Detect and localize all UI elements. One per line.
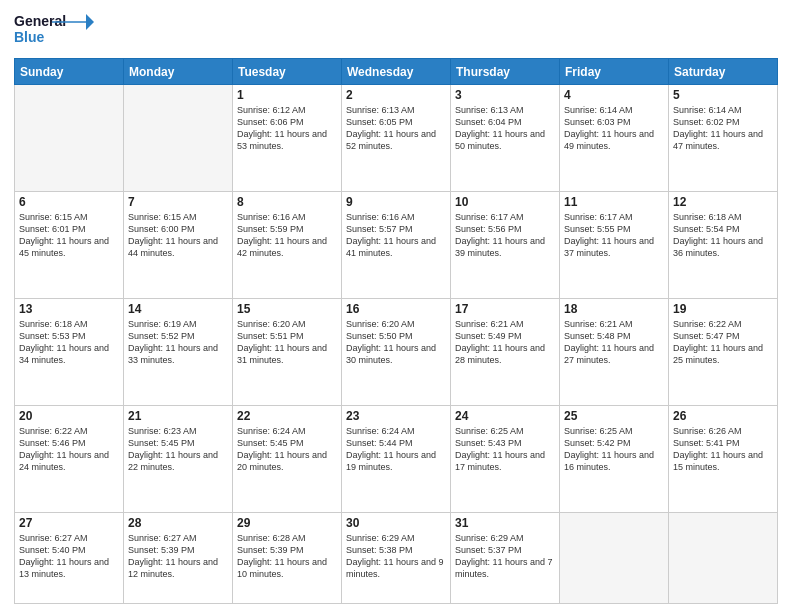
day-number: 18 — [564, 302, 664, 316]
day-info: Sunrise: 6:20 AMSunset: 5:51 PMDaylight:… — [237, 318, 337, 367]
day-number: 9 — [346, 195, 446, 209]
day-info: Sunrise: 6:26 AMSunset: 5:41 PMDaylight:… — [673, 425, 773, 474]
day-number: 11 — [564, 195, 664, 209]
svg-text:General: General — [14, 13, 66, 29]
day-cell-28: 28Sunrise: 6:27 AMSunset: 5:39 PMDayligh… — [124, 512, 233, 603]
day-cell-8: 8Sunrise: 6:16 AMSunset: 5:59 PMDaylight… — [233, 191, 342, 298]
day-cell-13: 13Sunrise: 6:18 AMSunset: 5:53 PMDayligh… — [15, 298, 124, 405]
day-cell-1: 1Sunrise: 6:12 AMSunset: 6:06 PMDaylight… — [233, 85, 342, 192]
day-info: Sunrise: 6:13 AMSunset: 6:05 PMDaylight:… — [346, 104, 446, 153]
day-info: Sunrise: 6:20 AMSunset: 5:50 PMDaylight:… — [346, 318, 446, 367]
day-header-tuesday: Tuesday — [233, 59, 342, 85]
day-number: 31 — [455, 516, 555, 530]
day-number: 4 — [564, 88, 664, 102]
day-info: Sunrise: 6:16 AMSunset: 5:57 PMDaylight:… — [346, 211, 446, 260]
day-number: 10 — [455, 195, 555, 209]
empty-cell — [124, 85, 233, 192]
day-info: Sunrise: 6:27 AMSunset: 5:39 PMDaylight:… — [128, 532, 228, 581]
page: General Blue SundayMondayTuesdayWednesda… — [0, 0, 792, 612]
day-header-monday: Monday — [124, 59, 233, 85]
week-row-2: 6Sunrise: 6:15 AMSunset: 6:01 PMDaylight… — [15, 191, 778, 298]
day-cell-21: 21Sunrise: 6:23 AMSunset: 5:45 PMDayligh… — [124, 405, 233, 512]
day-number: 6 — [19, 195, 119, 209]
day-cell-20: 20Sunrise: 6:22 AMSunset: 5:46 PMDayligh… — [15, 405, 124, 512]
day-header-sunday: Sunday — [15, 59, 124, 85]
header: General Blue — [14, 10, 778, 52]
day-info: Sunrise: 6:19 AMSunset: 5:52 PMDaylight:… — [128, 318, 228, 367]
day-number: 22 — [237, 409, 337, 423]
day-number: 20 — [19, 409, 119, 423]
day-info: Sunrise: 6:18 AMSunset: 5:54 PMDaylight:… — [673, 211, 773, 260]
day-number: 25 — [564, 409, 664, 423]
day-info: Sunrise: 6:29 AMSunset: 5:38 PMDaylight:… — [346, 532, 446, 581]
day-info: Sunrise: 6:12 AMSunset: 6:06 PMDaylight:… — [237, 104, 337, 153]
day-info: Sunrise: 6:23 AMSunset: 5:45 PMDaylight:… — [128, 425, 228, 474]
day-info: Sunrise: 6:15 AMSunset: 6:01 PMDaylight:… — [19, 211, 119, 260]
day-number: 7 — [128, 195, 228, 209]
day-cell-12: 12Sunrise: 6:18 AMSunset: 5:54 PMDayligh… — [669, 191, 778, 298]
day-info: Sunrise: 6:24 AMSunset: 5:44 PMDaylight:… — [346, 425, 446, 474]
day-cell-3: 3Sunrise: 6:13 AMSunset: 6:04 PMDaylight… — [451, 85, 560, 192]
generalblue-logo: General Blue — [14, 10, 94, 52]
day-cell-10: 10Sunrise: 6:17 AMSunset: 5:56 PMDayligh… — [451, 191, 560, 298]
day-info: Sunrise: 6:21 AMSunset: 5:48 PMDaylight:… — [564, 318, 664, 367]
day-info: Sunrise: 6:22 AMSunset: 5:46 PMDaylight:… — [19, 425, 119, 474]
day-cell-2: 2Sunrise: 6:13 AMSunset: 6:05 PMDaylight… — [342, 85, 451, 192]
day-cell-4: 4Sunrise: 6:14 AMSunset: 6:03 PMDaylight… — [560, 85, 669, 192]
day-cell-14: 14Sunrise: 6:19 AMSunset: 5:52 PMDayligh… — [124, 298, 233, 405]
day-cell-30: 30Sunrise: 6:29 AMSunset: 5:38 PMDayligh… — [342, 512, 451, 603]
day-cell-18: 18Sunrise: 6:21 AMSunset: 5:48 PMDayligh… — [560, 298, 669, 405]
empty-cell — [15, 85, 124, 192]
day-header-wednesday: Wednesday — [342, 59, 451, 85]
day-number: 16 — [346, 302, 446, 316]
week-row-4: 20Sunrise: 6:22 AMSunset: 5:46 PMDayligh… — [15, 405, 778, 512]
empty-cell — [669, 512, 778, 603]
empty-cell — [560, 512, 669, 603]
week-row-3: 13Sunrise: 6:18 AMSunset: 5:53 PMDayligh… — [15, 298, 778, 405]
day-cell-5: 5Sunrise: 6:14 AMSunset: 6:02 PMDaylight… — [669, 85, 778, 192]
day-number: 27 — [19, 516, 119, 530]
day-cell-29: 29Sunrise: 6:28 AMSunset: 5:39 PMDayligh… — [233, 512, 342, 603]
calendar-table: SundayMondayTuesdayWednesdayThursdayFrid… — [14, 58, 778, 604]
day-number: 19 — [673, 302, 773, 316]
day-info: Sunrise: 6:29 AMSunset: 5:37 PMDaylight:… — [455, 532, 555, 581]
day-cell-9: 9Sunrise: 6:16 AMSunset: 5:57 PMDaylight… — [342, 191, 451, 298]
day-cell-17: 17Sunrise: 6:21 AMSunset: 5:49 PMDayligh… — [451, 298, 560, 405]
day-info: Sunrise: 6:22 AMSunset: 5:47 PMDaylight:… — [673, 318, 773, 367]
day-number: 28 — [128, 516, 228, 530]
day-info: Sunrise: 6:28 AMSunset: 5:39 PMDaylight:… — [237, 532, 337, 581]
day-number: 1 — [237, 88, 337, 102]
logo: General Blue — [14, 10, 94, 52]
day-info: Sunrise: 6:16 AMSunset: 5:59 PMDaylight:… — [237, 211, 337, 260]
day-number: 21 — [128, 409, 228, 423]
day-info: Sunrise: 6:17 AMSunset: 5:56 PMDaylight:… — [455, 211, 555, 260]
day-number: 29 — [237, 516, 337, 530]
day-info: Sunrise: 6:14 AMSunset: 6:03 PMDaylight:… — [564, 104, 664, 153]
calendar-header-row: SundayMondayTuesdayWednesdayThursdayFrid… — [15, 59, 778, 85]
day-cell-7: 7Sunrise: 6:15 AMSunset: 6:00 PMDaylight… — [124, 191, 233, 298]
day-info: Sunrise: 6:25 AMSunset: 5:42 PMDaylight:… — [564, 425, 664, 474]
svg-text:Blue: Blue — [14, 29, 45, 45]
day-cell-15: 15Sunrise: 6:20 AMSunset: 5:51 PMDayligh… — [233, 298, 342, 405]
day-number: 8 — [237, 195, 337, 209]
week-row-5: 27Sunrise: 6:27 AMSunset: 5:40 PMDayligh… — [15, 512, 778, 603]
svg-marker-2 — [86, 14, 94, 30]
day-number: 13 — [19, 302, 119, 316]
day-number: 14 — [128, 302, 228, 316]
day-cell-27: 27Sunrise: 6:27 AMSunset: 5:40 PMDayligh… — [15, 512, 124, 603]
day-number: 15 — [237, 302, 337, 316]
day-cell-6: 6Sunrise: 6:15 AMSunset: 6:01 PMDaylight… — [15, 191, 124, 298]
day-header-saturday: Saturday — [669, 59, 778, 85]
day-number: 2 — [346, 88, 446, 102]
day-number: 17 — [455, 302, 555, 316]
day-number: 24 — [455, 409, 555, 423]
day-info: Sunrise: 6:25 AMSunset: 5:43 PMDaylight:… — [455, 425, 555, 474]
day-number: 3 — [455, 88, 555, 102]
day-info: Sunrise: 6:17 AMSunset: 5:55 PMDaylight:… — [564, 211, 664, 260]
day-info: Sunrise: 6:24 AMSunset: 5:45 PMDaylight:… — [237, 425, 337, 474]
day-info: Sunrise: 6:13 AMSunset: 6:04 PMDaylight:… — [455, 104, 555, 153]
day-number: 5 — [673, 88, 773, 102]
day-cell-23: 23Sunrise: 6:24 AMSunset: 5:44 PMDayligh… — [342, 405, 451, 512]
day-cell-26: 26Sunrise: 6:26 AMSunset: 5:41 PMDayligh… — [669, 405, 778, 512]
day-header-friday: Friday — [560, 59, 669, 85]
